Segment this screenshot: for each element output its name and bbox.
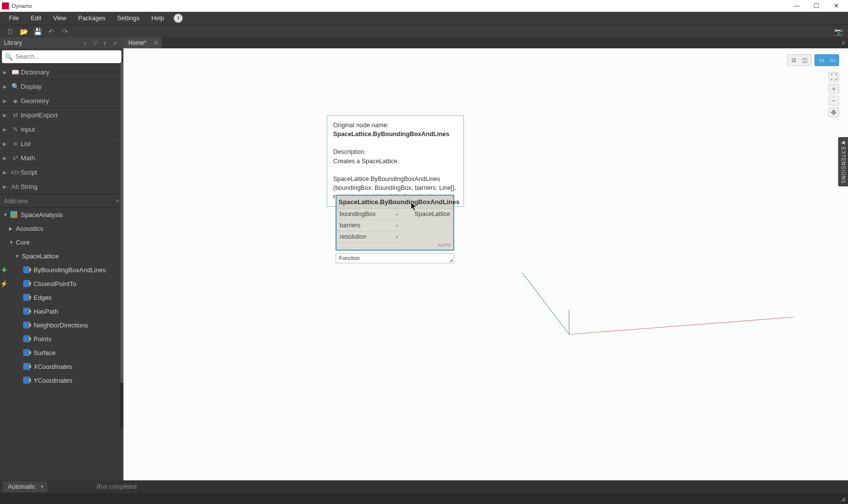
tree-package-spaceanalysis[interactable]: ▼ SpaceAnalysis [0,208,123,221]
node-icon [23,293,31,301]
menu-help[interactable]: Help [146,13,170,24]
pan-button[interactable]: ✥ [828,108,839,117]
app-title: Dynamo [12,3,787,9]
chevron-right-icon: › [396,222,398,228]
node-icon [23,335,31,343]
run-mode-dropdown[interactable]: Automatic ▼ [3,481,47,492]
addons-header[interactable]: Add-ons + [0,194,123,208]
node-input-barriers[interactable]: barriers› [337,220,401,231]
library-separator-icon: ⫾ [101,38,110,47]
category-input[interactable]: ▶✎Input [0,122,123,137]
minimize-button[interactable]: — [787,0,807,12]
status-message: Run completed. [97,483,138,490]
graph-canvas[interactable]: Original node name: SpaceLattice.ByBound… [123,48,848,480]
canvas-zoom-controls: ⛶ + − ✥ [828,72,839,117]
notification-icon[interactable]: ! [174,14,183,23]
menu-view[interactable]: View [47,13,73,24]
tree-node-byboundingboxandlines[interactable]: ✚ ByBoundingBoxAndLines [0,263,123,277]
tree-core[interactable]: ▼ Core [0,235,123,249]
view-box-icon[interactable]: ◫ [799,56,810,65]
category-importexport[interactable]: ▶⇄ImportExport [0,108,123,122]
tree-node-xcoordinates[interactable]: XCoordinates [0,360,123,373]
new-file-button[interactable]: 🗋 [3,26,17,37]
resize-grip-icon[interactable]: ◢ [841,495,845,502]
display-icon: 🔍 [10,83,21,90]
menu-edit[interactable]: Edit [25,13,47,24]
resize-handle-icon[interactable]: ◢ [449,257,453,262]
node-icon [23,376,31,384]
category-math[interactable]: ▶x²Math [0,151,123,165]
chevron-right-icon: › [396,234,398,240]
library-funnel-icon[interactable]: ▽ [91,38,100,47]
tree-spacelattice[interactable]: ▼ SpaceLattice [0,249,123,263]
zoom-out-button[interactable]: − [828,96,839,106]
library-panel: Library ⫾ ▽ ⫾ ≡ 🔍 ▶📖Dictionary ▶🔍Display… [0,37,123,480]
node-input-resolution[interactable]: resolution› [337,231,401,243]
library-menu-icon[interactable]: ≡ [111,38,119,47]
app-icon [2,2,9,9]
menu-file[interactable]: File [3,13,25,24]
node-icon [23,280,31,288]
tree-node-haspath[interactable]: HasPath [0,304,123,318]
node-preview-output[interactable]: Function ◢ [336,253,454,263]
tree-node-closestpointto[interactable]: ⚡ ClosestPointTo [0,277,123,290]
graph-node-spacelattice[interactable]: SpaceLattice.ByBoundingBoxAndLines bound… [336,195,454,251]
list-icon: ≡ [10,140,21,147]
category-string[interactable]: ▶AbString [0,180,123,194]
library-header: Library ⫾ ▽ ⫾ ≡ [0,37,123,48]
undo-button[interactable]: ↶ [44,26,58,37]
math-icon: x² [10,154,21,162]
category-dictionary[interactable]: ▶📖Dictionary [0,65,123,79]
view-graph-icon[interactable]: ▭ [816,56,827,65]
chevron-left-icon: ◀ [841,140,846,145]
category-geometry[interactable]: ▶◈Geometry [0,94,123,108]
tree-acoustics[interactable]: ▶ Acoustics [0,221,123,235]
tree-node-surface[interactable]: Surface [0,346,123,360]
view-graph-alt-icon[interactable]: ▭ [827,56,838,65]
category-display[interactable]: ▶🔍Display [0,79,123,94]
node-input-boundingbox[interactable]: boundingBox› [337,209,401,220]
node-icon [23,266,31,274]
importexport-icon: ⇄ [10,111,21,119]
tree-node-edges[interactable]: Edges [0,290,123,304]
node-output-spacelattice[interactable]: SpaceLattice [401,209,453,243]
canvas-view-controls: ⧉ ◫ ▭ ▭ [787,54,839,66]
category-list[interactable]: ▶≡List [0,137,123,151]
search-input[interactable] [16,53,118,60]
node-lacing-mode[interactable]: AUTO [337,243,453,250]
redo-button[interactable]: ↷ [58,26,72,37]
node-title[interactable]: SpaceLattice.ByBoundingBoxAndLines [337,196,453,209]
category-script[interactable]: ▶</>Script [0,165,123,180]
menu-settings[interactable]: Settings [111,13,145,24]
view-link-icon[interactable]: ⧉ [788,56,799,65]
tree-node-neighbordirections[interactable]: NeighborDirections [0,318,123,332]
tree-node-points[interactable]: Points [0,332,123,346]
view-3d-toggle-group: ⧉ ◫ [787,54,811,66]
node-icon [23,321,31,329]
dictionary-icon: 📖 [10,69,21,76]
extensions-panel-tab[interactable]: ◀ EXTENSIONS [838,137,848,186]
close-tab-icon[interactable]: ✕ [154,39,158,46]
close-button[interactable]: ✕ [826,0,846,12]
fit-view-button[interactable]: ⛶ [828,72,839,82]
tree-node-ycoordinates[interactable]: YCoordinates [0,373,123,387]
svg-line-2 [569,317,794,334]
maximize-button[interactable]: ☐ [807,0,826,12]
chevron-down-icon: ▼ [40,484,44,489]
library-filter-icon[interactable]: ⫾ [81,38,90,47]
view-graph-toggle-group: ▭ ▭ [814,54,839,66]
node-icon [23,349,31,357]
open-file-button[interactable]: 📂 [17,26,31,37]
library-list[interactable]: ▶📖Dictionary ▶🔍Display ▶◈Geometry ▶⇄Impo… [0,65,123,480]
screenshot-button[interactable]: 📷 [831,26,845,37]
script-icon: </> [10,169,21,176]
add-package-icon[interactable]: + [116,197,119,205]
tab-home[interactable]: Home* ✕ [123,37,161,48]
geometry-icon: ◈ [10,97,21,105]
save-button[interactable]: 💾 [31,26,44,37]
tab-bar: Home* ✕ ≡ [123,37,848,48]
zoom-in-button[interactable]: + [828,84,839,94]
menu-packages[interactable]: Packages [73,13,112,24]
library-search[interactable]: 🔍 [2,50,121,63]
tab-menu-icon[interactable]: ≡ [842,39,845,46]
